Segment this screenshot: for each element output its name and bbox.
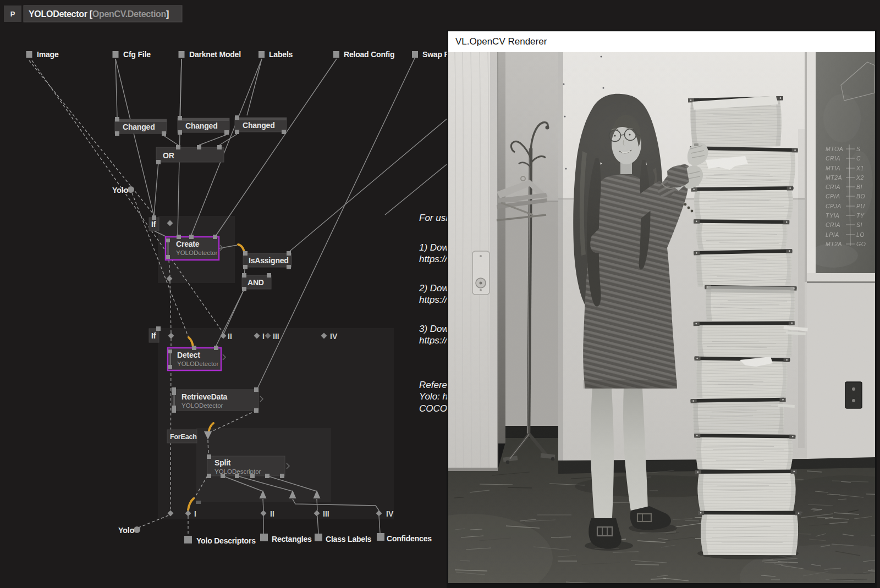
svg-text:III: III bbox=[323, 509, 329, 518]
svg-text:AND: AND bbox=[248, 278, 264, 287]
svg-text:Create: Create bbox=[176, 240, 200, 248]
svg-text:Labels: Labels bbox=[269, 50, 293, 59]
svg-text:Changed: Changed bbox=[243, 121, 275, 130]
svg-text:Detect: Detect bbox=[177, 351, 200, 359]
svg-text:OR: OR bbox=[163, 151, 174, 160]
svg-text:IV: IV bbox=[386, 509, 394, 518]
svg-text:IV: IV bbox=[330, 332, 338, 341]
svg-text:II: II bbox=[228, 332, 232, 341]
svg-text:II: II bbox=[270, 509, 274, 518]
svg-text:YOLODetector: YOLODetector bbox=[177, 360, 219, 367]
svg-text:RetrieveData: RetrieveData bbox=[182, 392, 228, 401]
svg-text:YOLODetector: YOLODetector bbox=[182, 402, 223, 409]
svg-text:If: If bbox=[151, 331, 156, 340]
svg-text:Darknet Model: Darknet Model bbox=[189, 50, 241, 59]
svg-text:Split: Split bbox=[215, 458, 231, 467]
svg-text:P: P bbox=[10, 10, 15, 18]
svg-text:I: I bbox=[262, 332, 265, 341]
svg-text:I: I bbox=[194, 509, 196, 518]
svg-text:IsAssigned: IsAssigned bbox=[249, 256, 289, 265]
svg-text:Rectangles: Rectangles bbox=[272, 535, 312, 543]
svg-text:Image: Image bbox=[37, 50, 59, 59]
svg-text:Yolo: Yolo bbox=[112, 186, 128, 195]
svg-text:YOLODetector [OpenCV.Detection: YOLODetector [OpenCV.Detection] bbox=[29, 9, 169, 19]
svg-text:Class Labels: Class Labels bbox=[326, 535, 372, 543]
svg-text:Yolo: Yolo bbox=[118, 526, 134, 535]
svg-text:Yolo Descriptors: Yolo Descriptors bbox=[196, 536, 256, 545]
svg-text:Changed: Changed bbox=[123, 123, 155, 131]
svg-text:Confidences: Confidences bbox=[387, 534, 432, 543]
svg-text:YOLODetector: YOLODetector bbox=[176, 249, 218, 256]
svg-text:ForEach: ForEach bbox=[170, 433, 197, 441]
svg-text:Cfg File: Cfg File bbox=[123, 50, 151, 59]
svg-text:III: III bbox=[273, 332, 279, 341]
svg-text:Reload Config: Reload Config bbox=[344, 50, 394, 59]
svg-text:If: If bbox=[151, 220, 156, 229]
svg-text:Changed: Changed bbox=[185, 121, 218, 130]
